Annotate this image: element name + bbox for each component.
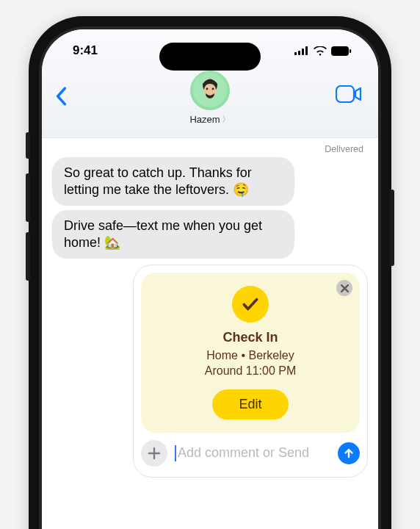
checkin-location: Home • Berkeley xyxy=(151,348,350,364)
checkin-time: Around 11:00 PM xyxy=(151,364,350,379)
incoming-message[interactable]: Drive safe—text me when you get home! 🏡 xyxy=(52,210,294,259)
svg-rect-0 xyxy=(294,52,297,55)
volume-down-button xyxy=(26,232,30,281)
status-time: 9:41 xyxy=(73,43,98,58)
contact-name-label: Hazem xyxy=(189,114,220,125)
side-button xyxy=(26,132,30,159)
battery-icon xyxy=(331,46,352,56)
compose-row: Add comment or Send xyxy=(141,440,360,467)
screen: 9:41 xyxy=(42,29,378,529)
facetime-button[interactable] xyxy=(336,85,362,106)
add-attachment-button[interactable] xyxy=(141,440,167,467)
incoming-message[interactable]: So great to catch up. Thanks for letting… xyxy=(52,157,294,206)
volume-up-button xyxy=(26,173,30,222)
chevron-right-icon: 〉 xyxy=(222,113,231,126)
svg-point-7 xyxy=(206,88,209,90)
checkin-title: Check In xyxy=(151,330,350,345)
svg-rect-3 xyxy=(305,46,308,55)
input-placeholder: Add comment or Send xyxy=(178,445,309,461)
close-button[interactable] xyxy=(336,280,352,296)
svg-rect-2 xyxy=(302,48,304,55)
check-icon xyxy=(232,286,269,323)
checkin-compose-card: Check In Home • Berkeley Around 11:00 PM… xyxy=(133,264,368,478)
wifi-icon xyxy=(314,46,327,56)
svg-rect-1 xyxy=(298,51,300,55)
svg-rect-5 xyxy=(350,49,351,53)
cellular-icon xyxy=(294,46,309,55)
dynamic-island xyxy=(159,43,261,71)
avatar xyxy=(190,71,230,110)
edit-button[interactable]: Edit xyxy=(212,389,288,420)
message-thread: Delivered So great to catch up. Thanks f… xyxy=(42,138,378,478)
svg-rect-9 xyxy=(336,86,354,102)
contact-info[interactable]: Hazem 〉 xyxy=(42,71,378,126)
power-button xyxy=(390,190,394,266)
checkin-card: Check In Home • Berkeley Around 11:00 PM… xyxy=(141,273,360,433)
back-button[interactable] xyxy=(55,87,67,109)
svg-rect-4 xyxy=(331,46,349,56)
phone-frame: 9:41 xyxy=(29,16,391,529)
svg-point-8 xyxy=(212,88,214,90)
delivered-label: Delivered xyxy=(52,144,368,154)
send-button[interactable] xyxy=(338,442,360,464)
comment-input[interactable]: Add comment or Send xyxy=(175,442,360,464)
text-caret xyxy=(175,445,176,461)
